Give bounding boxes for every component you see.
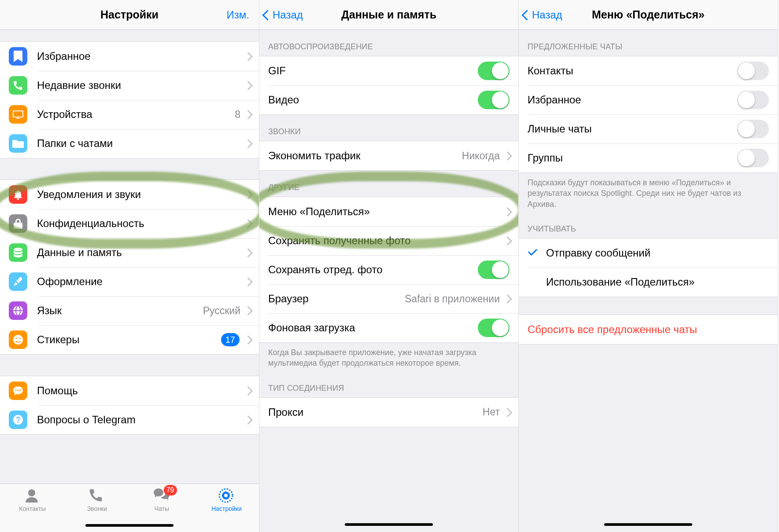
chevron-right-icon <box>245 190 250 199</box>
row-share-menu[interactable]: Меню «Поделиться» <box>259 197 518 226</box>
row-reset[interactable]: Сбросить все предложенные чаты <box>519 315 778 344</box>
row-label: Группы <box>528 152 737 164</box>
svg-point-8 <box>16 338 17 339</box>
home-indicator[interactable] <box>604 523 692 526</box>
chevron-right-icon <box>245 415 250 424</box>
chevron-right-icon <box>245 110 250 119</box>
row-value: 8 <box>235 109 240 121</box>
chevron-right-icon <box>245 386 250 395</box>
toggle-contacts[interactable] <box>737 62 769 80</box>
row-label: Избранное <box>37 50 245 62</box>
bell-icon <box>9 185 27 204</box>
chevron-right-icon <box>504 207 509 216</box>
row-favorites[interactable]: Избранное <box>519 85 778 114</box>
tab-settings[interactable]: Настройки <box>205 488 249 532</box>
chevron-right-icon <box>245 52 250 61</box>
row-stickers[interactable]: Стикеры 17 <box>0 325 259 354</box>
row-devices[interactable]: Устройства 8 <box>0 100 259 129</box>
section-header-suggested: ПРЕДЛОЖЕННЫЕ ЧАТЫ <box>519 30 778 56</box>
toggle-bg-download[interactable] <box>478 319 509 337</box>
svg-point-7 <box>13 335 23 345</box>
row-appearance[interactable]: Оформление <box>0 267 259 296</box>
navbar: Назад Меню «Поделиться» <box>519 0 778 30</box>
group-folders: Избранное Недавние звонки Устройства 8 П… <box>0 41 259 158</box>
section-header-conn: ТИП СОЕДИНЕНИЯ <box>259 371 518 397</box>
section-header-consider: УЧИТЫВАТЬ <box>519 212 778 238</box>
row-label: Сохранять полученные фото <box>268 235 504 247</box>
checkmark-icon <box>528 247 540 259</box>
row-save-data[interactable]: Экономить трафик Никогда <box>259 141 518 170</box>
row-label: Вопросы о Telegram <box>37 414 245 426</box>
chevron-right-icon <box>245 248 250 257</box>
row-label: Прокси <box>268 406 483 418</box>
row-proxy[interactable]: Прокси Нет <box>259 398 518 427</box>
row-label: Контакты <box>528 65 737 77</box>
chevron-right-icon <box>504 151 509 160</box>
row-save-received[interactable]: Сохранять полученные фото <box>259 226 518 255</box>
row-label: Избранное <box>528 94 737 106</box>
row-contacts[interactable]: Контакты <box>519 56 778 85</box>
row-label: Оформление <box>37 275 245 288</box>
row-language[interactable]: Язык Русский <box>0 296 259 325</box>
row-send-messages[interactable]: Отправку сообщений <box>519 238 778 268</box>
chevron-left-icon <box>523 9 530 21</box>
toggle-gif[interactable] <box>478 62 509 80</box>
row-faq[interactable]: ? Вопросы о Telegram <box>0 405 259 434</box>
home-indicator[interactable] <box>85 524 174 527</box>
svg-rect-2 <box>16 118 20 119</box>
row-privacy[interactable]: Конфиденциальность <box>0 209 259 238</box>
svg-point-10 <box>15 390 17 391</box>
contact-icon <box>24 488 41 503</box>
row-label: Недавние звонки <box>37 79 245 92</box>
row-label: Видео <box>268 94 478 106</box>
row-video[interactable]: Видео <box>259 85 518 114</box>
chevron-right-icon <box>504 294 509 303</box>
row-label: Помощь <box>37 385 245 397</box>
toggle-video[interactable] <box>478 91 509 109</box>
toggle-groups[interactable] <box>737 149 769 167</box>
row-favorites[interactable]: Избранное <box>0 42 259 71</box>
toggle-save-edited[interactable] <box>478 260 509 279</box>
navbar: Назад Данные и память <box>259 0 518 30</box>
row-private-chats[interactable]: Личные чаты <box>519 114 778 143</box>
help-icon: ? <box>9 411 27 429</box>
row-browser[interactable]: Браузер Safari в приложении <box>259 284 518 313</box>
chevron-right-icon <box>245 277 250 286</box>
row-value: Никогда <box>462 150 500 162</box>
tab-contacts[interactable]: Контакты <box>11 488 55 532</box>
row-recent-calls[interactable]: Недавние звонки <box>0 71 259 100</box>
back-button[interactable]: Назад <box>523 0 562 29</box>
section-footer: Подсказки будут показываться в меню «Под… <box>519 173 778 212</box>
back-button[interactable]: Назад <box>264 0 303 29</box>
row-bg-download[interactable]: Фоновая загрузка <box>259 313 518 342</box>
svg-point-15 <box>28 489 35 496</box>
row-save-edited[interactable]: Сохранять отред. фото <box>259 255 518 284</box>
row-label: Конфиденциальность <box>37 217 245 230</box>
row-help[interactable]: Помощь <box>0 376 259 405</box>
row-label: Стикеры <box>37 334 221 346</box>
page-title: Меню «Поделиться» <box>592 8 705 21</box>
row-label: GIF <box>268 65 478 77</box>
row-chat-folders[interactable]: Папки с чатами <box>0 129 259 158</box>
phone-icon <box>89 488 106 503</box>
svg-text:?: ? <box>16 415 21 424</box>
row-gif[interactable]: GIF <box>259 56 518 85</box>
row-data-storage[interactable]: Данные и память <box>0 238 259 267</box>
svg-point-12 <box>20 390 21 391</box>
chat-icon <box>9 382 27 400</box>
toggle-private[interactable] <box>737 120 769 138</box>
chevron-right-icon <box>504 408 509 417</box>
sticker-icon <box>9 330 27 349</box>
row-label: Сбросить все предложенные чаты <box>528 323 769 336</box>
chevron-right-icon <box>245 335 250 344</box>
row-use-share[interactable]: Использование «Поделиться» <box>519 268 778 297</box>
data-icon <box>9 243 27 262</box>
row-notifications[interactable]: Уведомления и звуки <box>0 180 259 209</box>
home-indicator[interactable] <box>345 523 433 526</box>
edit-button[interactable]: Изм. <box>227 0 249 29</box>
phone-icon <box>9 76 27 95</box>
device-icon <box>9 105 27 124</box>
row-groups[interactable]: Группы <box>519 143 778 172</box>
toggle-favorites[interactable] <box>737 91 769 109</box>
badge: 79 <box>164 485 177 495</box>
